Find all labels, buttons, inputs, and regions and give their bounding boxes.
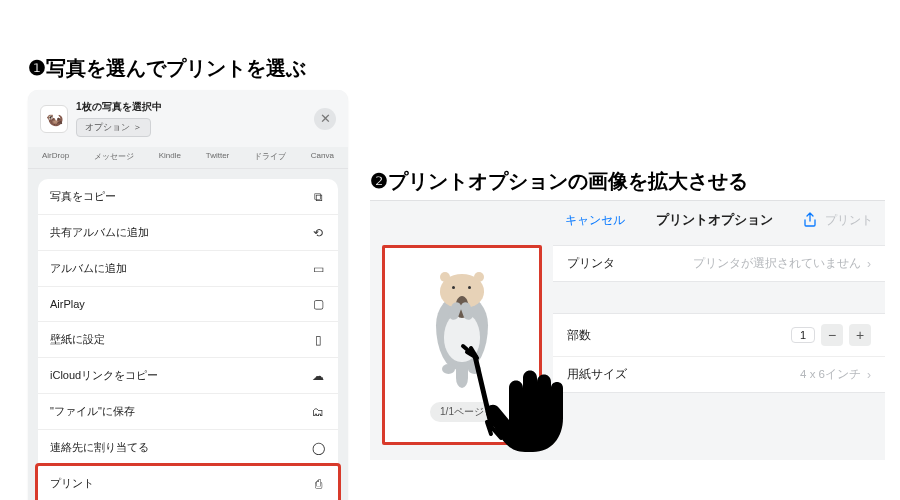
copies-label: 部数 — [567, 328, 591, 343]
share-header: 🦦 1枚の写真を選択中 オプション ＞ ✕ — [28, 90, 348, 147]
action-label: プリント — [50, 476, 94, 491]
share-icon[interactable] — [803, 212, 817, 228]
cancel-button[interactable]: キャンセル — [565, 212, 625, 229]
action-label: iCloudリンクをコピー — [50, 368, 158, 383]
copies-value: 1 — [791, 327, 815, 343]
album-icon: ▭ — [310, 262, 326, 276]
copy-icon: ⧉ — [310, 190, 326, 204]
printer-value: プリンタが選択されていません — [693, 256, 861, 271]
copies-plus-button[interactable]: + — [849, 324, 871, 346]
page-label: 1/1ページ — [430, 402, 494, 422]
app-twitter[interactable]: Twitter — [206, 151, 230, 162]
app-messages[interactable]: メッセージ — [94, 151, 134, 162]
step1-title: ❶写真を選んでプリントを選ぶ — [28, 55, 306, 82]
action-list: 写真をコピー⧉共有アルバムに追加⟲アルバムに追加▭AirPlay▢壁紙に設定▯i… — [38, 179, 338, 500]
action-label: 写真をコピー — [50, 189, 116, 204]
contact-icon: ◯ — [310, 441, 326, 455]
printer-group: プリンタ プリンタが選択されていません› — [553, 245, 885, 282]
cloud-link-icon: ☁ — [310, 369, 326, 383]
paper-row[interactable]: 用紙サイズ 4 x 6インチ› — [553, 357, 885, 392]
app-kindle[interactable]: Kindle — [159, 151, 181, 162]
action-cloud-link[interactable]: iCloudリンクをコピー☁ — [38, 358, 338, 394]
action-files[interactable]: "ファイル"に保存🗂 — [38, 394, 338, 430]
action-album[interactable]: アルバムに追加▭ — [38, 251, 338, 287]
action-wallpaper[interactable]: 壁紙に設定▯ — [38, 322, 338, 358]
action-label: 壁紙に設定 — [50, 332, 105, 347]
action-label: アルバムに追加 — [50, 261, 127, 276]
files-icon: 🗂 — [310, 405, 326, 419]
paper-value: 4 x 6インチ — [800, 367, 861, 382]
printer-row[interactable]: プリンタ プリンタが選択されていません› — [553, 246, 885, 281]
action-airplay[interactable]: AirPlay▢ — [38, 287, 338, 322]
copies-row: 部数 1 − + — [553, 314, 885, 357]
action-label: "ファイル"に保存 — [50, 404, 135, 419]
copies-minus-button[interactable]: − — [821, 324, 843, 346]
action-label: AirPlay — [50, 298, 85, 310]
action-label: 共有アルバムに追加 — [50, 225, 149, 240]
app-canva[interactable]: Canva — [311, 151, 334, 162]
print-options-panel: キャンセル プリントオプション プリント プリンタ プリンタが選択されていません… — [370, 200, 885, 460]
step2-title: ❷プリントオプションの画像を拡大させる — [370, 168, 748, 195]
action-copy[interactable]: 写真をコピー⧉ — [38, 179, 338, 215]
options-pill[interactable]: オプション ＞ — [76, 118, 151, 137]
share-apps-row: AirDrop メッセージ Kindle Twitter ドライブ Canva — [28, 147, 348, 169]
paper-label: 用紙サイズ — [567, 367, 627, 382]
action-label: 連絡先に割り当てる — [50, 440, 149, 455]
printer-label: プリンタ — [567, 256, 615, 271]
close-button[interactable]: ✕ — [314, 108, 336, 130]
shared-album-icon: ⟲ — [310, 226, 326, 240]
app-drive[interactable]: ドライブ — [254, 151, 286, 162]
wallpaper-icon: ▯ — [310, 333, 326, 347]
preview-image — [422, 268, 502, 388]
airplay-icon: ▢ — [310, 297, 326, 311]
print-preview[interactable]: 1/1ページ — [382, 245, 542, 445]
print-header: キャンセル プリントオプション プリント — [553, 201, 885, 239]
action-print[interactable]: プリント⎙ — [35, 463, 341, 500]
print-title: プリントオプション — [625, 212, 803, 229]
chevron-right-icon: › — [867, 257, 871, 271]
chevron-right-icon: › — [867, 368, 871, 382]
share-header-text: 1枚の写真を選択中 — [76, 100, 306, 114]
action-shared-album[interactable]: 共有アルバムに追加⟲ — [38, 215, 338, 251]
print-settings-group: 部数 1 − + 用紙サイズ 4 x 6インチ› — [553, 313, 885, 393]
thumbnail: 🦦 — [40, 105, 68, 133]
print-icon: ⎙ — [310, 477, 326, 491]
print-button[interactable]: プリント — [825, 212, 873, 229]
app-airdrop[interactable]: AirDrop — [42, 151, 69, 162]
action-contact[interactable]: 連絡先に割り当てる◯ — [38, 430, 338, 466]
share-sheet: 🦦 1枚の写真を選択中 オプション ＞ ✕ AirDrop メッセージ Kind… — [28, 90, 348, 500]
